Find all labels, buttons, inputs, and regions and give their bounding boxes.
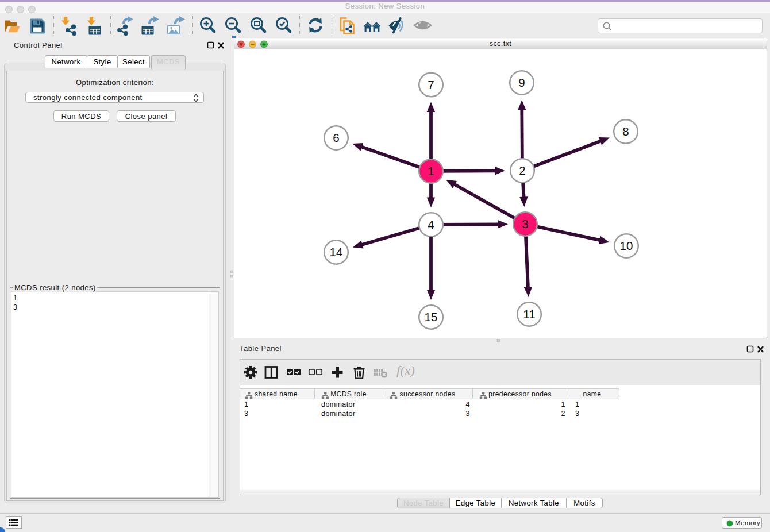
svg-text:10: 10 — [620, 239, 633, 252]
svg-text:7: 7 — [428, 78, 434, 91]
svg-text:8: 8 — [622, 125, 629, 138]
svg-text:9: 9 — [518, 76, 525, 89]
svg-text:4: 4 — [428, 218, 434, 231]
svg-text:2: 2 — [519, 164, 525, 177]
svg-text:1: 1 — [428, 164, 434, 178]
svg-text:15: 15 — [425, 310, 438, 323]
svg-text:11: 11 — [523, 307, 535, 321]
svg-text:6: 6 — [333, 131, 339, 144]
svg-text:14: 14 — [330, 245, 343, 259]
svg-text:3: 3 — [522, 217, 528, 230]
